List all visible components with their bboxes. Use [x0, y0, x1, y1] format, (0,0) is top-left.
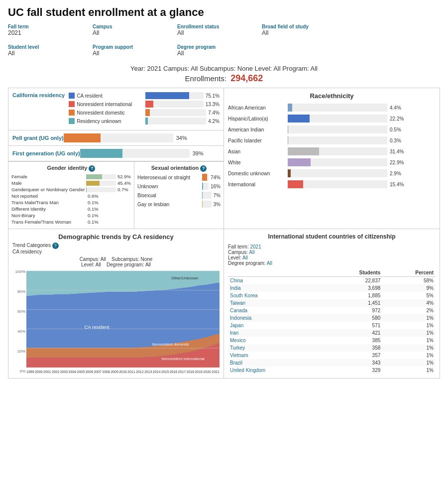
- pell-label: Pell grant (UG only): [12, 135, 64, 141]
- pell-pct: 34%: [176, 135, 187, 141]
- residency-bar-pct-0: 75.1%: [206, 93, 220, 99]
- residency-bar-outer-0: [145, 92, 203, 99]
- pell-grant-panel: Pell grant (UG only) 34%: [8, 130, 224, 146]
- intl-table: Students Percent China22,83758%India3,69…: [228, 269, 436, 374]
- pell-bar-fill: [64, 133, 101, 142]
- race-bar-2: [288, 125, 387, 133]
- sex-bar-3: [202, 201, 212, 208]
- sexual-help-icon[interactable]: ?: [200, 165, 207, 172]
- filter-program-support-value: All: [93, 50, 167, 57]
- table-row: India3,6989%: [228, 284, 436, 292]
- filter-degree-program-label: Degree program: [177, 44, 252, 50]
- students-cell: 385: [322, 337, 382, 344]
- filter-degree-program[interactable]: Degree program All: [177, 44, 252, 57]
- students-cell: 1,451: [322, 299, 382, 307]
- filter-student-level[interactable]: Student level All: [8, 44, 83, 57]
- gender-title: Gender identity ?: [11, 165, 131, 172]
- intl-title: International student countries of citiz…: [228, 233, 436, 241]
- enrollment-value: 294,662: [230, 73, 263, 83]
- country-cell: Mexico: [228, 337, 322, 344]
- students-cell: 571: [322, 322, 382, 329]
- col-percent: Percent: [382, 269, 436, 277]
- race-title: Race/ethnicity: [228, 92, 436, 100]
- firstgen-label: First generation (UG only): [12, 150, 80, 156]
- table-row: Japan5711%: [228, 322, 436, 329]
- gender-sexual-row: Gender identity ? Female 52.9% Male: [8, 161, 224, 229]
- trend-info: Trend Categories ? CA residency: [12, 243, 220, 254]
- enrollment-label: Enrollments:: [185, 74, 226, 83]
- students-cell: 343: [322, 359, 382, 367]
- table-row: China22,83758%: [228, 276, 436, 284]
- gender-row-6: Non-Binary 0.1%: [11, 213, 131, 218]
- table-row: Vietnam3571%: [228, 352, 436, 359]
- country-cell: United Kingdom: [228, 367, 322, 374]
- students-cell: 22,837: [322, 276, 382, 284]
- intl-filters: Fall term: 2021 Campus: All Level: All D…: [228, 244, 436, 266]
- residency-swatch-0: [69, 93, 75, 99]
- enrollment-count: Enrollments: 294,662: [8, 73, 440, 84]
- country-cell: Iran: [228, 329, 322, 337]
- sex-bar-1: [202, 183, 209, 190]
- filter-broad-field[interactable]: Broad field of study All: [262, 24, 336, 36]
- filter-degree-program-value: All: [177, 50, 252, 57]
- firstgen-bar-fill: [80, 149, 123, 158]
- residency-section: California residency CA resident 75.1%: [12, 92, 220, 126]
- table-row: Taiwan1,4514%: [228, 299, 436, 307]
- race-row-0: African American 4.4%: [228, 104, 436, 112]
- race-bar-0: [288, 104, 387, 112]
- filter-enrollment-status-value: All: [177, 29, 252, 36]
- residency-bar-pct-2: 7.4%: [208, 110, 220, 116]
- filter-enrollment-status[interactable]: Enrollment status All: [177, 24, 252, 36]
- race-bar-3: [288, 136, 387, 144]
- gender-panel: Gender identity ? Female 52.9% Male: [8, 162, 134, 229]
- residency-swatch-2: [69, 110, 75, 116]
- percent-cell: 1%: [382, 359, 436, 367]
- sex-row-0: Heterosexual or straight 74%: [137, 174, 221, 181]
- percent-cell: 2%: [382, 307, 436, 314]
- trend-help-icon[interactable]: ?: [52, 243, 59, 249]
- residency-bar-fill-0: [145, 92, 189, 99]
- residency-bar-outer-1: [145, 101, 203, 108]
- filter-student-level-label: Student level: [8, 44, 83, 50]
- residency-bar-fill-2: [145, 109, 150, 116]
- sexual-panel: Sexual orientation ? Heterosexual or str…: [134, 162, 224, 229]
- country-cell: Vietnam: [228, 352, 322, 359]
- students-cell: 329: [322, 367, 382, 374]
- filter-fall-term[interactable]: Fall term 2021: [8, 24, 83, 36]
- table-row: Mexico3851%: [228, 337, 436, 344]
- percent-cell: 1%: [382, 344, 436, 352]
- intl-label: Nonresident international: [162, 357, 205, 361]
- percent-cell: 4%: [382, 299, 436, 307]
- race-bar-6: [288, 169, 387, 177]
- race-row-6: Domestic unknown 2.9%: [228, 169, 436, 177]
- filter-enrollment-status-label: Enrollment status: [177, 24, 252, 29]
- residency-swatch-1: [69, 101, 75, 107]
- table-row: Brazil3431%: [228, 359, 436, 367]
- race-row-4: Asian 31.4%: [228, 147, 436, 155]
- country-cell: Japan: [228, 322, 322, 329]
- filter-program-support[interactable]: Program support All: [93, 44, 167, 57]
- filter-broad-field-label: Broad field of study: [262, 24, 336, 29]
- race-row-2: American Indian 0.5%: [228, 125, 436, 133]
- sex-row-1: Unknown 16%: [137, 183, 221, 190]
- gender-help-icon[interactable]: ?: [89, 165, 95, 172]
- ca-label: CA resident: [84, 324, 109, 330]
- students-cell: 3,698: [322, 284, 382, 292]
- residency-bar-fill-3: [145, 118, 148, 124]
- gender-list: Female 52.9% Male 45.4%: [11, 174, 131, 225]
- sex-bar-0: [202, 174, 209, 181]
- country-cell: Turkey: [228, 344, 322, 352]
- residency-bar-label-0: CA resident: [69, 93, 143, 99]
- gender-row-4: Trans Male/Trans Man 0.1%: [11, 200, 131, 205]
- sexual-title: Sexual orientation ?: [137, 165, 221, 172]
- trend-panel: Demographic trends by CA residency Trend…: [8, 229, 224, 378]
- filter-fall-term-value: 2021: [8, 29, 83, 36]
- students-cell: 1,885: [322, 292, 382, 299]
- filter-program-support-label: Program support: [93, 44, 167, 50]
- dom-label: Nonresident domestic: [152, 342, 189, 347]
- residency-bar-outer-2: [145, 109, 206, 116]
- students-cell: 357: [322, 352, 382, 359]
- residency-bar-label-3: Residency unknown: [69, 118, 143, 124]
- filter-campus[interactable]: Campus All: [93, 24, 167, 36]
- race-bar-5: [288, 158, 387, 166]
